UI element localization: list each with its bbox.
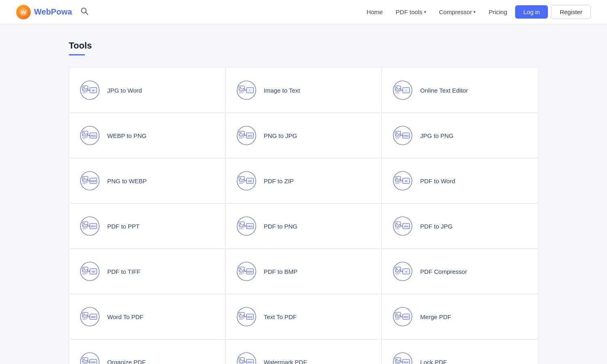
tool-icon-word-to-pdf: PDF: [79, 306, 101, 328]
tool-label-lock-pdf: Lock PDF: [420, 359, 447, 364]
svg-text:PDF: PDF: [247, 315, 253, 318]
svg-text:PDF: PDF: [247, 361, 253, 364]
tool-card-png-to-jpg[interactable]: JPG PNG to JPG: [225, 113, 382, 158]
tool-icon-pdf-to-tiff: TIF: [79, 260, 101, 282]
svg-point-158: [240, 359, 241, 360]
tool-icon-pdf-to-ppt: PPT: [79, 215, 101, 237]
tool-card-text-to-pdf[interactable]: PDF Text To PDF: [225, 294, 382, 339]
nav-pricing[interactable]: Pricing: [484, 5, 512, 19]
tool-label-image-to-text: Image to Text: [264, 87, 300, 94]
tool-label-pdf-compressor: PDF Compressor: [420, 268, 467, 275]
svg-text:PDF: PDF: [404, 315, 409, 318]
svg-text:PDF: PDF: [91, 315, 96, 318]
tool-icon-pdf-to-jpg: JPG: [392, 215, 414, 237]
svg-point-46: [396, 132, 397, 133]
tool-label-merge-pdf: Merge PDF: [420, 313, 451, 320]
nav-right: Home PDF tools Compressor Pricing Log in…: [362, 5, 591, 19]
svg-point-102: [83, 268, 85, 269]
tool-label-png-to-webp: PNG to WEBP: [107, 178, 147, 184]
svg-point-110: [240, 268, 241, 269]
svg-point-38: [240, 132, 241, 133]
tool-label-pdf-to-jpg: PDF to JPG: [420, 223, 452, 230]
svg-point-94: [396, 223, 397, 224]
svg-text:JPG: JPG: [404, 225, 409, 228]
svg-text:PDF: PDF: [91, 361, 96, 364]
svg-text:≡: ≡: [405, 89, 407, 92]
svg-point-118: [396, 268, 397, 269]
logo[interactable]: W WebPowa: [16, 5, 72, 19]
search-button[interactable]: [77, 5, 91, 19]
svg-text:⇔: ⇔: [405, 270, 407, 273]
svg-text:PPT: PPT: [91, 225, 96, 228]
tool-icon-webp-to-png: PNG: [79, 125, 101, 146]
tool-card-watermark-pdf[interactable]: PDF Watermark PDF: [225, 339, 382, 364]
login-button[interactable]: Log in: [515, 5, 548, 19]
svg-text:WBP: WBP: [90, 180, 96, 182]
tool-label-pdf-to-zip: PDF to ZIP: [264, 178, 294, 184]
svg-point-14: [240, 87, 241, 88]
tool-icon-png-to-webp: WBP: [79, 170, 101, 192]
tool-card-jpg-to-word[interactable]: W JPG to Word: [69, 68, 225, 113]
tool-card-pdf-to-ppt[interactable]: PPT PDF to PPT: [69, 203, 225, 249]
svg-point-2: [81, 8, 86, 13]
tool-icon-pdf-to-word: W: [392, 170, 414, 192]
nav-left: W WebPowa: [16, 5, 91, 19]
nav-home[interactable]: Home: [362, 5, 388, 19]
title-underline: [69, 54, 85, 55]
svg-text:BMP: BMP: [247, 270, 253, 273]
main-content: Tools W JPG to Word ≡ Image to Te: [61, 24, 546, 364]
tool-card-merge-pdf[interactable]: PDF Merge PDF: [382, 294, 538, 339]
svg-text:PNG: PNG: [91, 134, 96, 137]
tool-card-png-to-webp[interactable]: WBP PNG to WEBP: [69, 158, 225, 203]
svg-text:W: W: [21, 9, 26, 15]
tool-card-webp-to-png[interactable]: PNG WEBP to PNG: [69, 113, 225, 158]
tool-icon-jpg-to-png: PNG: [392, 125, 414, 146]
tool-label-online-text-editor: Online Text Editor: [420, 87, 468, 94]
svg-point-62: [240, 178, 241, 179]
tool-icon-image-to-text: ≡: [236, 79, 257, 101]
tool-card-organize-pdf[interactable]: PDF Organize PDF: [69, 339, 225, 364]
svg-point-30: [83, 132, 85, 133]
tool-card-pdf-to-bmp[interactable]: BMP PDF to BMP: [225, 249, 382, 294]
tool-icon-lock-pdf: PDF: [392, 351, 414, 364]
tool-label-pdf-to-png: PDF to PNG: [264, 223, 297, 230]
navbar: W WebPowa Home PDF tools Compressor Pric…: [0, 0, 607, 24]
tool-icon-merge-pdf: PDF: [392, 306, 414, 328]
tool-label-text-to-pdf: Text To PDF: [264, 313, 297, 320]
tool-card-pdf-to-word[interactable]: W PDF to Word: [382, 158, 538, 203]
svg-text:PNG: PNG: [403, 134, 409, 137]
register-button[interactable]: Register: [551, 5, 591, 19]
nav-compressor[interactable]: Compressor: [434, 5, 481, 19]
logo-text: WebPowa: [34, 7, 72, 17]
tool-icon-text-to-pdf: PDF: [236, 306, 257, 328]
svg-point-126: [83, 313, 85, 315]
tool-card-pdf-to-zip[interactable]: ZIP PDF to ZIP: [225, 158, 382, 203]
svg-text:≡: ≡: [249, 89, 250, 92]
tool-card-word-to-pdf[interactable]: PDF Word To PDF: [69, 294, 225, 339]
search-icon: [80, 7, 88, 15]
svg-point-86: [240, 223, 241, 224]
tool-card-pdf-to-tiff[interactable]: TIF PDF to TIFF: [69, 249, 225, 294]
svg-point-166: [396, 359, 397, 360]
tool-card-image-to-text[interactable]: ≡ Image to Text: [225, 68, 382, 113]
tool-icon-jpg-to-word: W: [79, 79, 101, 101]
tool-label-png-to-jpg: PNG to JPG: [264, 132, 297, 139]
svg-point-6: [83, 87, 85, 88]
tool-icon-organize-pdf: PDF: [79, 351, 101, 364]
tool-label-organize-pdf: Organize PDF: [107, 359, 146, 364]
svg-point-150: [83, 359, 85, 360]
svg-text:W: W: [92, 89, 95, 92]
tool-card-online-text-editor[interactable]: ≡ Online Text Editor: [382, 68, 538, 113]
tool-icon-pdf-to-zip: ZIP: [236, 170, 257, 192]
tool-card-lock-pdf[interactable]: PDF Lock PDF: [382, 339, 538, 364]
tool-card-jpg-to-png[interactable]: PNG JPG to PNG: [382, 113, 538, 158]
tool-label-pdf-to-tiff: PDF to TIFF: [107, 268, 140, 275]
svg-text:JPG: JPG: [247, 134, 253, 137]
svg-point-22: [396, 87, 397, 88]
tool-card-pdf-compressor[interactable]: ⇔ PDF Compressor: [382, 249, 538, 294]
tool-card-pdf-to-jpg[interactable]: JPG PDF to JPG: [382, 203, 538, 249]
tool-label-pdf-to-word: PDF to Word: [420, 178, 455, 184]
section-title: Tools: [69, 40, 538, 51]
tool-card-pdf-to-png[interactable]: PNG PDF to PNG: [225, 203, 382, 249]
nav-pdf-tools[interactable]: PDF tools: [391, 5, 431, 19]
